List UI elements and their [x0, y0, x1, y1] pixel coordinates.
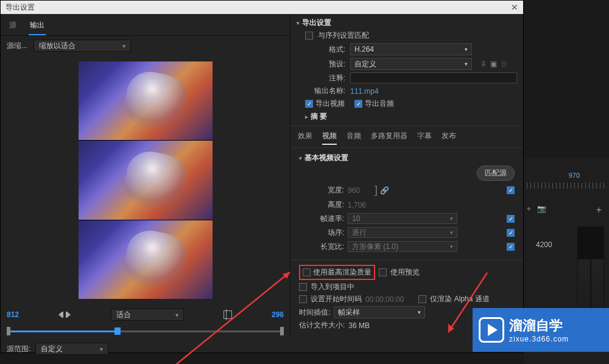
height-value[interactable]: 1,706	[348, 201, 372, 209]
aspect-label: 长宽比:	[299, 242, 348, 252]
render-alpha-checkbox[interactable]	[418, 295, 426, 303]
snap-icon[interactable]: ⌖	[527, 205, 531, 213]
format-select[interactable]: H.264 ▾	[350, 43, 472, 55]
width-match-checkbox[interactable]	[507, 186, 515, 194]
preview-panel: 源 输出 源缩... 缩放以适合 ▾ 812	[1, 14, 290, 334]
match-source-button[interactable]: 匹配源	[477, 166, 515, 181]
highlight-box: 使用最高渲染质量	[299, 265, 375, 280]
zoom-select[interactable]: 适合 ▾	[111, 309, 184, 321]
fps-select[interactable]: 10 ▾	[348, 213, 457, 224]
source-range-value: 自定义	[41, 344, 63, 354]
est-size-label: 估计文件大小:	[299, 320, 345, 331]
chevron-down-icon: ▾	[450, 229, 453, 236]
playhead-handle[interactable]	[114, 327, 121, 335]
time-interp-label: 时间插值:	[299, 307, 330, 318]
settings-subtabs: 效果 视频 音频 多路复用器 字幕 发布	[290, 125, 523, 148]
export-settings-dialog: 导出设置 ✕ 源 输出 源缩... 缩放以适合 ▾	[0, 0, 524, 353]
output-name-label: 输出名称:	[297, 86, 345, 96]
match-sequence-checkbox[interactable]	[305, 32, 313, 40]
in-point-handle[interactable]	[7, 327, 10, 335]
subtab-mux[interactable]: 多路复用器	[371, 128, 407, 145]
watermark-brand: 溜溜自学	[509, 317, 569, 335]
link-dimension-icon[interactable]: 🔗	[380, 186, 389, 195]
preview-timeline[interactable]	[7, 324, 284, 338]
export-video-label: 导出视频	[315, 99, 345, 109]
import-project-checkbox[interactable]	[299, 283, 307, 291]
preview-thumb	[79, 220, 213, 299]
export-settings-heading[interactable]: ▾ 导出设置	[297, 18, 517, 28]
start-tc-value[interactable]: 00:00;00;00	[365, 295, 404, 304]
source-scale-value: 缩放以适合	[39, 41, 76, 51]
start-tc-checkbox[interactable]	[299, 295, 307, 303]
comment-input[interactable]	[350, 72, 517, 83]
section-title: 导出设置	[302, 18, 331, 28]
aspect-value: 方形像素 (1.0)	[352, 242, 398, 252]
fps-label: 帧速率:	[299, 214, 348, 224]
basic-video-label: 基本视频设置	[304, 153, 348, 163]
out-point-handle[interactable]	[280, 327, 284, 335]
max-quality-label: 使用最高渲染质量	[313, 267, 371, 278]
time-interp-select[interactable]: 帧采样 ▾	[334, 306, 425, 318]
subtab-audio[interactable]: 音频	[347, 128, 361, 145]
height-label: 高度:	[299, 200, 348, 210]
subtab-captions[interactable]: 字幕	[417, 128, 432, 145]
chevron-down-icon: ▾	[122, 43, 125, 49]
zoom-value: 适合	[116, 310, 131, 320]
preview-area	[1, 55, 290, 305]
summary-heading[interactable]: ▸ 摘 要	[305, 111, 517, 122]
output-name-link[interactable]: 111.mp4	[350, 87, 379, 96]
dimension-link-bracket: ]	[372, 184, 380, 197]
comment-label: 注释:	[297, 73, 345, 83]
marker-icon[interactable]: 📷	[537, 205, 546, 213]
export-video-checkbox[interactable]	[305, 100, 313, 108]
chevron-down-icon: ▾	[175, 312, 178, 318]
dialog-title: 导出设置	[5, 2, 35, 13]
close-icon[interactable]: ✕	[511, 2, 518, 12]
chevron-down-icon: ▾	[465, 61, 468, 67]
subtab-effects[interactable]: 效果	[298, 128, 312, 145]
time-interp-value: 帧采样	[338, 307, 360, 318]
field-select[interactable]: 逐行 ▾	[348, 227, 457, 238]
chevron-down-icon: ▾	[418, 309, 421, 315]
bg-scale-value: 4200	[536, 240, 552, 249]
import-preset-icon[interactable]: ▣	[490, 60, 497, 68]
chevron-down-icon: ▾	[450, 243, 453, 250]
width-label: 宽度:	[299, 185, 348, 195]
preview-thumb	[79, 61, 213, 140]
field-match-checkbox[interactable]	[507, 229, 515, 237]
source-scale-label: 源缩...	[7, 41, 27, 51]
use-preview-checkbox[interactable]	[379, 268, 387, 276]
export-audio-checkbox[interactable]	[354, 100, 362, 108]
prev-frame-icon[interactable]	[58, 312, 62, 318]
basic-video-heading[interactable]: ▾ 基本视频设置	[299, 153, 515, 163]
aspect-match-checkbox[interactable]	[507, 243, 515, 251]
source-range-select[interactable]: 自定义 ▾	[35, 343, 108, 355]
start-tc-label: 设置开始时间码	[311, 294, 362, 304]
tab-output[interactable]: 输出	[29, 18, 46, 35]
tab-source[interactable]: 源	[8, 18, 18, 35]
format-label: 格式:	[297, 44, 345, 55]
preview-stack	[79, 61, 213, 299]
delete-preset-icon[interactable]: 🗑	[501, 60, 508, 68]
preset-select[interactable]: 自定义 ▾	[350, 58, 472, 70]
crop-icon[interactable]	[224, 310, 232, 319]
source-range-label: 源范围:	[7, 344, 30, 354]
frame-current[interactable]: 812	[7, 310, 19, 319]
fps-match-checkbox[interactable]	[507, 215, 515, 223]
subtab-video[interactable]: 视频	[322, 128, 337, 145]
bg-toolbar: ⌖ 📷	[527, 205, 546, 213]
next-frame-icon[interactable]	[67, 312, 71, 318]
source-scale-select[interactable]: 缩放以适合 ▾	[33, 40, 131, 52]
watermark-logo-icon	[479, 317, 504, 343]
subtab-publish[interactable]: 发布	[442, 128, 456, 145]
watermark: 溜溜自学 zixue.3d66.com	[473, 308, 609, 352]
aspect-select[interactable]: 方形像素 (1.0) ▾	[348, 241, 457, 252]
preset-label: 预设:	[297, 59, 345, 69]
titlebar: 导出设置 ✕	[1, 1, 523, 14]
save-preset-icon[interactable]: ⇩	[481, 60, 487, 68]
width-value[interactable]: 960	[348, 186, 372, 195]
chevron-down-icon: ▾	[100, 346, 103, 352]
add-track-icon[interactable]: +	[596, 205, 602, 215]
max-quality-checkbox[interactable]	[303, 268, 311, 276]
chevron-down-icon: ▾	[465, 46, 468, 52]
